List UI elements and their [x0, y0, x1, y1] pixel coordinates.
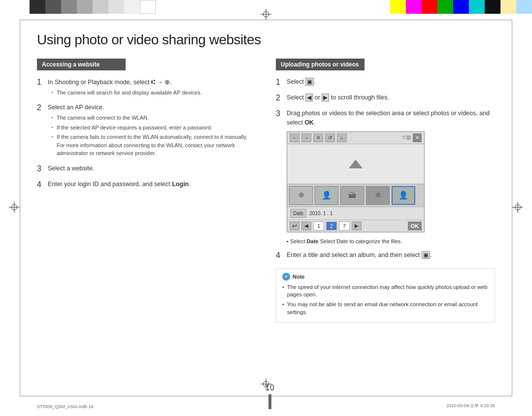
date-note-text: Select Date to categorize the files.: [320, 238, 402, 244]
reg-mark-right: [512, 202, 523, 215]
page-footer: ST5500_QSM_ASIA.indb 10 10 2010-03-04 오루…: [37, 384, 495, 409]
right-step-1-num: 1: [276, 76, 287, 88]
right-step-2-text: Select ◀ or ▶ to scroll through files.: [287, 93, 495, 102]
cam-forward-btn[interactable]: →: [301, 133, 311, 142]
right-step-3: 3 Drag photos or videos to the selection…: [276, 109, 495, 246]
right-step-3-content: Drag photos or videos to the selection a…: [287, 109, 495, 246]
thumb-5[interactable]: 👤: [392, 186, 415, 205]
upload-arrow-icon: [349, 160, 363, 168]
step-1-content: In Shooting or Playback mode, select ⑆ →…: [48, 77, 256, 98]
swatch-red: [422, 0, 437, 14]
swatch-gray: [61, 0, 77, 14]
page-num-area: 10: [266, 384, 274, 409]
camera-nav: ↩ ◀ 1 2 7 ▶ OK: [287, 220, 424, 232]
step-4: 4 Enter your login ID and password, and …: [37, 180, 256, 191]
right-step-2: 2 Select ◀ or ▶ to scroll through files.: [276, 93, 495, 104]
reg-mark-top: [261, 9, 271, 22]
reg-mark-left: [9, 202, 20, 215]
color-swatches-left: [30, 0, 156, 14]
step-2-text: Select an AP device.: [48, 103, 256, 112]
step-1-text: In Shooting or Playback mode, select ⑆ →…: [48, 77, 256, 87]
swatch-white: [140, 0, 156, 14]
date-note-bold: Date: [307, 238, 319, 244]
step-1-bullets: The camera will search for and display a…: [52, 89, 256, 97]
swatch-lighter-gray: [108, 0, 124, 14]
step-4-text: Enter your login ID and password, and se…: [48, 180, 256, 189]
two-column-layout: Accessing a website 1 In Shooting or Pla…: [37, 59, 495, 323]
right-step-1: 1 Select ▣.: [276, 77, 495, 88]
right-step-4-content: Enter a title and select an album, and t…: [287, 251, 495, 261]
note-icon: +: [282, 273, 290, 281]
swatch-green: [437, 0, 453, 14]
step-3-num: 3: [37, 163, 48, 175]
nav-prev-btn[interactable]: ◀: [301, 222, 311, 230]
page-number: 10: [266, 384, 274, 392]
nav-num-1[interactable]: 1: [313, 222, 324, 230]
note-header: + Note: [282, 273, 489, 281]
right-step-1-text: Select ▣.: [287, 77, 495, 87]
cam-signal: ▽ ||||: [402, 134, 411, 141]
nav-num-2[interactable]: 2: [326, 222, 337, 230]
nav-back-btn[interactable]: ↩: [290, 222, 299, 230]
nav-ok-btn[interactable]: OK: [408, 222, 422, 231]
swatch-cyan: [469, 0, 485, 14]
note-text-1: The speed of your internet connection ma…: [287, 284, 489, 299]
right-section-header: Uploading photos or videos: [276, 59, 365, 70]
cam-close-btn[interactable]: ✕: [313, 133, 323, 142]
note-bullet-2: •: [282, 301, 284, 317]
cam-back-btn[interactable]: ←: [290, 133, 299, 142]
cam-x-btn[interactable]: ✕: [413, 133, 422, 142]
swatch-near-white: [124, 0, 140, 14]
thumb-2[interactable]: 👤: [315, 186, 338, 205]
right-step-1-content: Select ▣.: [287, 77, 495, 88]
right-step-4-text: Enter a title and select an album, and t…: [287, 251, 495, 260]
right-step-4: 4 Enter a title and select an album, and…: [276, 251, 495, 261]
cam-home-btn[interactable]: ⌂: [337, 133, 347, 142]
step-2-content: Select an AP device. The camera will con…: [48, 103, 256, 159]
camera-ui-mockup: ← → ✕ ↺ ⌂ ▽ |||| ✕: [287, 131, 425, 233]
cam-refresh-btn[interactable]: ↺: [325, 133, 335, 142]
right-step-2-num: 2: [276, 92, 287, 104]
nav-num-7[interactable]: 7: [339, 222, 350, 230]
right-step-2-content: Select ◀ or ▶ to scroll through files.: [287, 93, 495, 104]
main-content: Using photo or video sharing websites Ac…: [37, 27, 495, 389]
step-2-num: 2: [37, 102, 48, 159]
ok-bold: OK: [304, 119, 314, 126]
step-4-num: 4: [37, 179, 48, 191]
date-button[interactable]: Date: [290, 209, 306, 218]
step-2-bullet-1: The camera will connect to the WLAN.: [52, 114, 256, 122]
note-item-2: • You may not be able to send an email d…: [282, 301, 489, 317]
footer-right: 2010-03-04 오루 4:10:35: [446, 403, 495, 409]
login-bold: Login: [172, 181, 189, 188]
step-2-bullet-3: If the camera fails to connect to the WL…: [52, 133, 256, 158]
thumb-4[interactable]: ❄: [366, 186, 390, 205]
left-column: Accessing a website 1 In Shooting or Pla…: [37, 59, 256, 323]
step-1: 1 In Shooting or Playback mode, select ⑆…: [37, 77, 256, 98]
camera-toolbar: ← → ✕ ↺ ⌂ ▽ |||| ✕: [287, 132, 424, 144]
camera-datebar: Date 2010. 1 . 1: [287, 207, 424, 220]
note-item-1: • The speed of your internet connection …: [282, 284, 489, 299]
footer-left: ST5500_QSM_ASIA.indb 10: [37, 404, 94, 409]
thumb-3[interactable]: 🏔: [340, 186, 364, 205]
date-note: ▪ Select Date Select Date to categorize …: [287, 237, 495, 246]
right-column: Uploading photos or videos 1 Select ▣. 2…: [276, 59, 495, 323]
swatch-black2: [485, 0, 500, 14]
right-step-3-text: Drag photos or videos to the selection a…: [287, 109, 495, 128]
thumb-1[interactable]: ❄: [289, 186, 313, 205]
left-section-header: Accessing a website: [37, 59, 126, 70]
date-value: 2010. 1 . 1: [309, 210, 332, 217]
swatch-light-blue: [516, 0, 532, 14]
swatch-black: [30, 0, 45, 14]
step-3-content: Select a website.: [48, 164, 256, 175]
camera-main-area: [287, 144, 424, 184]
swatch-blue: [453, 0, 469, 14]
camera-thumbs: ❄ 👤 🏔 ❄ 👤: [287, 184, 424, 207]
page-title: Using photo or video sharing websites: [37, 32, 495, 48]
step-2: 2 Select an AP device. The camera will c…: [37, 103, 256, 159]
step-1-num: 1: [37, 76, 48, 98]
step-1-bullet-1: The camera will search for and display a…: [52, 89, 256, 97]
step-2-bullets: The camera will connect to the WLAN. If …: [52, 114, 256, 158]
note-bullet-1: •: [282, 284, 284, 299]
nav-next-btn[interactable]: ▶: [352, 222, 362, 230]
swatch-yellow: [390, 0, 406, 14]
